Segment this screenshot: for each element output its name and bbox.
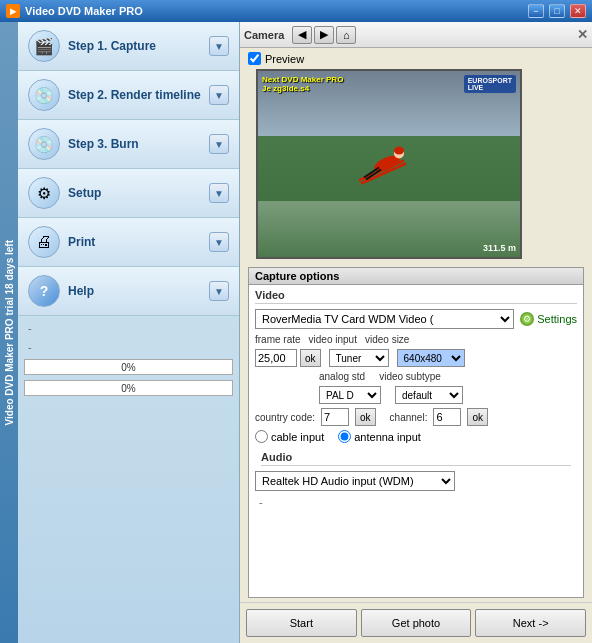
next-button[interactable]: Next -> (475, 609, 586, 637)
setup-label: Setup (68, 186, 201, 200)
video-input-select[interactable]: Tuner (329, 349, 389, 367)
preview-checkbox[interactable] (248, 52, 261, 65)
camera-title: Camera (244, 29, 284, 41)
antenna-input-label: antenna input (354, 431, 421, 443)
radio-group: cable input antenna input (249, 428, 583, 445)
toolbar-home-btn[interactable]: ⌂ (336, 26, 356, 44)
burn-arrow: ▼ (209, 134, 229, 154)
analog-std-select[interactable]: PAL D (319, 386, 381, 404)
sidebar-item-setup[interactable]: ⚙ Setup ▼ (18, 169, 239, 218)
sidebar-item-print[interactable]: 🖨 Print ▼ (18, 218, 239, 267)
app-icon: ▶ (6, 4, 20, 18)
start-button[interactable]: Start (246, 609, 357, 637)
window-title: Video DVD Maker PRO (25, 5, 523, 17)
bottom-buttons: Start Get photo Next -> (240, 602, 592, 643)
preview-video: Next DVD Maker PROJe zg3lde.s4 EUROSPORT… (256, 69, 522, 259)
preview-section: Preview (240, 48, 592, 263)
params-row-4: PAL D default (249, 384, 583, 406)
video-input-group: video input (309, 334, 357, 345)
video-device-select[interactable]: RoverMedia TV Card WDM Video ( (255, 309, 514, 329)
maximize-button[interactable]: □ (549, 4, 565, 18)
sidebar-item-burn[interactable]: 💿 Step 3. Burn ▼ (18, 120, 239, 169)
sidebar-boxes: - - 0% 0% (18, 316, 239, 401)
country-channel-row: country code: ok channel: ok (249, 406, 583, 428)
right-panel: Camera ◀ ▶ ⌂ ✕ Preview (240, 22, 592, 643)
progress-bar-2-label: 0% (121, 383, 135, 394)
dash-2: - (24, 339, 233, 355)
get-photo-button[interactable]: Get photo (361, 609, 472, 637)
progress-bar-2: 0% (24, 380, 233, 396)
help-label: Help (68, 284, 201, 298)
help-icon: ? (28, 275, 60, 307)
capture-options-title: Capture options (249, 268, 583, 285)
render-label: Step 2. Render timeline (68, 88, 201, 102)
video-subtype-select[interactable]: default (395, 386, 463, 404)
country-code-label: country code: (255, 412, 315, 423)
settings-button[interactable]: ⚙ Settings (520, 312, 577, 326)
preview-checkbox-row: Preview (248, 52, 584, 65)
burn-label: Step 3. Burn (68, 137, 201, 151)
sidebar-vertical-label: Video DVD Maker PRO trial 18 days left (4, 240, 15, 425)
channel-input[interactable] (433, 408, 461, 426)
main-layout: Video DVD Maker PRO trial 18 days left 🎬… (0, 22, 592, 643)
frame-rate-input[interactable] (255, 349, 297, 367)
sidebar-item-render[interactable]: 💿 Step 2. Render timeline ▼ (18, 71, 239, 120)
print-label: Print (68, 235, 201, 249)
video-size-value-group: 640x480 (397, 349, 465, 367)
minimize-button[interactable]: − (528, 4, 544, 18)
progress-bar-1: 0% (24, 359, 233, 375)
video-content: Next DVD Maker PROJe zg3lde.s4 EUROSPORT… (258, 71, 520, 257)
video-input-label: video input (309, 334, 357, 345)
country-code-input[interactable] (321, 408, 349, 426)
params-row-2: ok Tuner 640x480 (249, 347, 583, 369)
help-arrow: ▼ (209, 281, 229, 301)
frame-rate-value-group: ok (255, 349, 321, 367)
capture-icon: 🎬 (28, 30, 60, 62)
sidebar-item-help[interactable]: ? Help ▼ (18, 267, 239, 316)
antenna-input-radio[interactable] (338, 430, 351, 443)
setup-icon: ⚙ (28, 177, 60, 209)
setup-arrow: ▼ (209, 183, 229, 203)
channel-ok-btn[interactable]: ok (467, 408, 488, 426)
cable-input-radio[interactable] (255, 430, 268, 443)
capture-arrow: ▼ (209, 36, 229, 56)
video-subtype-value-group: default (395, 386, 463, 404)
sidebar: Video DVD Maker PRO trial 18 days left 🎬… (0, 22, 240, 643)
skier-svg (349, 126, 429, 196)
dash-1: - (24, 320, 233, 336)
device-row: RoverMedia TV Card WDM Video ( ⚙ Setting… (249, 306, 583, 332)
close-button[interactable]: ✕ (570, 4, 586, 18)
capture-label: Step 1. Capture (68, 39, 201, 53)
country-code-ok-btn[interactable]: ok (355, 408, 376, 426)
camera-close-btn[interactable]: ✕ (577, 27, 588, 42)
video-size-label: video size (365, 334, 409, 345)
frame-rate-group: frame rate (255, 334, 301, 345)
capture-options: Capture options Video RoverMedia TV Card… (248, 267, 584, 598)
toolbar-forward-btn[interactable]: ▶ (314, 26, 334, 44)
video-subtype-label: video subtype (379, 371, 441, 382)
sidebar-item-capture[interactable]: 🎬 Step 1. Capture ▼ (18, 22, 239, 71)
audio-section: Audio Realtek HD Audio input (WDM) - (249, 445, 583, 512)
channel-label: channel: (390, 412, 428, 423)
sidebar-items: 🎬 Step 1. Capture ▼ 💿 Step 2. Render tim… (18, 22, 239, 643)
params-row-3: analog std video subtype (249, 369, 583, 384)
title-bar: ▶ Video DVD Maker PRO − □ ✕ (0, 0, 592, 22)
analog-std-group: analog std (319, 371, 365, 382)
video-size-select[interactable]: 640x480 (397, 349, 465, 367)
svg-point-4 (394, 147, 404, 155)
video-distance: 311.5 m (483, 243, 516, 253)
video-section-label: Video (255, 289, 577, 301)
audio-device-select[interactable]: Realtek HD Audio input (WDM) (255, 471, 455, 491)
analog-std-value-group: PAL D (319, 386, 381, 404)
cable-input-option[interactable]: cable input (255, 430, 324, 443)
frame-rate-ok-btn[interactable]: ok (300, 349, 321, 367)
video-size-group: video size (365, 334, 409, 345)
frame-rate-label: frame rate (255, 334, 301, 345)
camera-toolbar: Camera ◀ ▶ ⌂ ✕ (240, 22, 592, 48)
video-logo: EUROSPORTLIVE (464, 75, 516, 93)
preview-label: Preview (265, 53, 304, 65)
antenna-input-option[interactable]: antenna input (338, 430, 421, 443)
print-arrow: ▼ (209, 232, 229, 252)
toolbar-back-btn[interactable]: ◀ (292, 26, 312, 44)
render-icon: 💿 (28, 79, 60, 111)
